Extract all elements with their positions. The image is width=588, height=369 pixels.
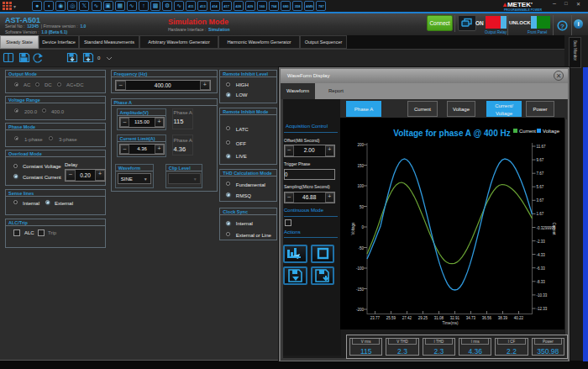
svg-text:-2.33: -2.33: [537, 240, 546, 244]
svg-text:-6.33: -6.33: [537, 266, 546, 271]
svg-text:-150: -150: [356, 287, 365, 292]
svg-text:Time(ms): Time(ms): [443, 321, 459, 325]
svg-text:0: 0: [97, 55, 101, 61]
svg-text:Voltage for phase A @ 400 Hz: Voltage for phase A @ 400 Hz: [393, 129, 510, 138]
svg-text:3.67: 3.67: [537, 198, 544, 203]
svg-text:38.39: 38.39: [498, 316, 508, 320]
svg-text:-4.33: -4.33: [537, 253, 546, 257]
svg-text:-10.33: -10.33: [537, 293, 548, 298]
svg-text:29.25: 29.25: [418, 316, 428, 320]
svg-text:Current: Current: [552, 222, 556, 235]
svg-text:Current: Current: [519, 129, 536, 134]
svg-text:-50: -50: [358, 246, 364, 250]
svg-text:100: 100: [357, 184, 364, 188]
svg-text:34.73: 34.73: [466, 316, 476, 320]
svg-text:Voltage: Voltage: [543, 129, 560, 134]
svg-text:-100: -100: [356, 266, 365, 271]
svg-text:25.59: 25.59: [386, 316, 396, 320]
svg-text:7.67: 7.67: [537, 171, 544, 176]
svg-text:?: ?: [560, 23, 564, 30]
svg-text:40.22: 40.22: [514, 316, 524, 320]
svg-text:9.67: 9.67: [537, 158, 544, 162]
svg-text:27.42: 27.42: [402, 316, 412, 320]
svg-text:31.08: 31.08: [434, 316, 444, 320]
svg-text:-8.33: -8.33: [537, 280, 546, 284]
svg-text:-12.33: -12.33: [537, 307, 548, 311]
svg-text:11.67: 11.67: [537, 145, 546, 149]
svg-text:32.91: 32.91: [450, 316, 460, 320]
svg-text:200: 200: [357, 143, 364, 147]
svg-text:1.67: 1.67: [537, 212, 544, 216]
svg-text:23.77: 23.77: [370, 316, 381, 320]
svg-text:36.56: 36.56: [482, 316, 492, 320]
svg-text:50: 50: [360, 205, 365, 209]
svg-text:-200: -200: [356, 308, 365, 312]
svg-text:5.67: 5.67: [537, 185, 544, 189]
svg-text:150: 150: [357, 164, 364, 168]
svg-text:Voltage: Voltage: [351, 222, 355, 235]
